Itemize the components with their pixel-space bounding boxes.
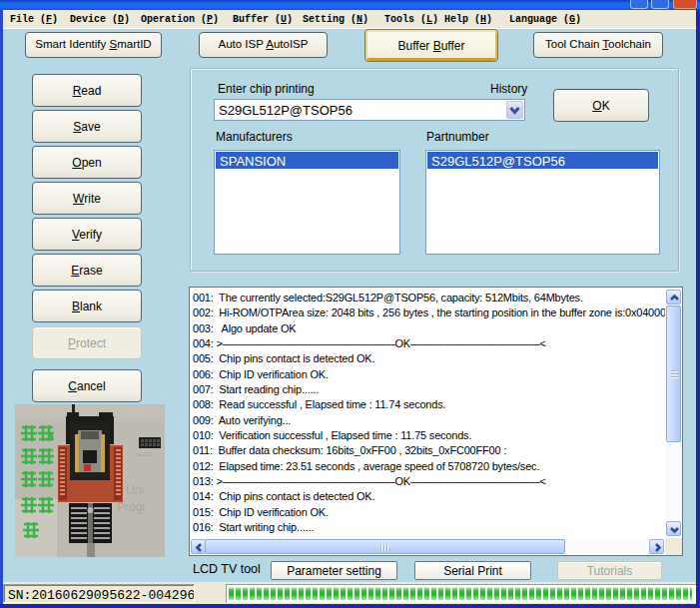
svg-text:Uni: Uni (126, 483, 144, 497)
svg-text:uax 001: uax 001 (135, 451, 153, 457)
svg-text:Progr: Progr (117, 500, 146, 514)
